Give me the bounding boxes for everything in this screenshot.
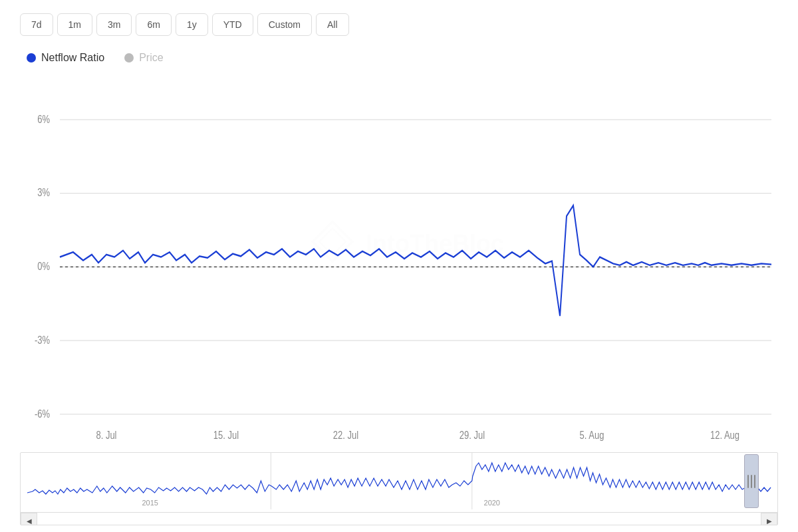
chart-wrapper: IntoTheBlock 6% 3% 0% -3% -6%: [20, 70, 778, 525]
svg-text:2015: 2015: [142, 499, 158, 507]
netflow-label: Netflow Ratio: [41, 52, 104, 64]
btn-7d[interactable]: 7d: [20, 13, 53, 36]
handle-line-1: [747, 475, 749, 488]
scroll-right-button[interactable]: ▶: [761, 513, 777, 526]
scroll-left-button[interactable]: ◀: [21, 513, 37, 526]
mini-chart-svg: 2015 2020: [21, 453, 777, 509]
svg-text:0%: 0%: [37, 261, 50, 273]
legend-price: Price: [124, 52, 163, 64]
chart-legend: Netflow Ratio Price: [27, 52, 778, 64]
btn-custom[interactable]: Custom: [257, 13, 312, 36]
btn-6m[interactable]: 6m: [136, 13, 171, 36]
price-label: Price: [139, 52, 163, 64]
svg-text:-6%: -6%: [35, 408, 50, 420]
handle-line-2: [751, 475, 752, 488]
svg-text:5. Aug: 5. Aug: [580, 429, 604, 441]
handle-lines: [747, 475, 755, 488]
handle-line-3: [754, 475, 755, 488]
btn-1y[interactable]: 1y: [176, 13, 208, 36]
btn-ytd[interactable]: YTD: [212, 13, 253, 36]
btn-3m[interactable]: 3m: [96, 13, 132, 36]
btn-all[interactable]: All: [316, 13, 349, 36]
time-range-bar: 7d 1m 3m 6m 1y YTD Custom All: [20, 13, 778, 36]
svg-text:29. Jul: 29. Jul: [460, 429, 485, 441]
price-dot: [124, 53, 134, 63]
mini-chart-handle[interactable]: [744, 454, 759, 508]
main-container: 7d 1m 3m 6m 1y YTD Custom All Netflow Ra…: [0, 0, 798, 532]
svg-text:15. Jul: 15. Jul: [213, 429, 239, 441]
svg-text:8. Jul: 8. Jul: [96, 429, 116, 441]
main-chart-svg: 6% 3% 0% -3% -6% 8. Jul 15. Jul 22. Jul …: [20, 70, 778, 447]
legend-netflow: Netflow Ratio: [27, 52, 104, 64]
main-chart-area: IntoTheBlock 6% 3% 0% -3% -6%: [20, 70, 778, 447]
svg-text:22. Jul: 22. Jul: [333, 429, 358, 441]
svg-text:-3%: -3%: [35, 334, 50, 346]
nav-buttons-row: ◀ ▶: [21, 512, 777, 525]
mini-chart-container: 2015 2020 ◀ ▶: [20, 452, 778, 525]
svg-text:2020: 2020: [484, 499, 500, 507]
svg-text:3%: 3%: [37, 187, 50, 199]
svg-text:6%: 6%: [37, 113, 50, 125]
btn-1m[interactable]: 1m: [57, 13, 92, 36]
svg-text:12. Aug: 12. Aug: [710, 429, 739, 441]
netflow-dot: [27, 53, 36, 63]
